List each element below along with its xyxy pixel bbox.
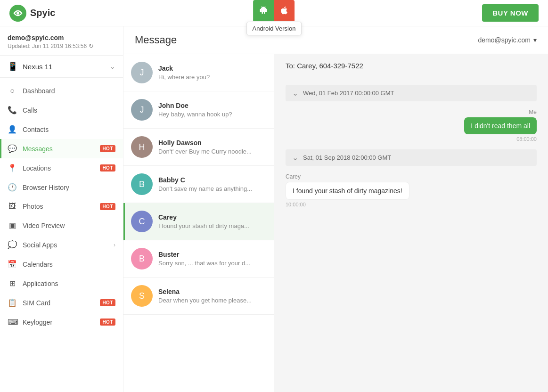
sidebar-label-applications: Applications [23, 280, 115, 287]
sidebar-label-contacts: Contacts [23, 126, 115, 133]
platform-tooltip: Android Version [246, 22, 302, 35]
sidebar-label-calendars: Calendars [23, 261, 115, 268]
contact-item[interactable]: CCareyI found your stash of dirty maga..… [123, 203, 274, 240]
date-divider-1: ⌄ Wed, 01 Feb 2017 00:00:00 GMT [286, 85, 537, 101]
sidebar-item-locations[interactable]: 📍LocationsHOT [0, 158, 123, 178]
sidebar-item-contacts[interactable]: 👤Contacts [0, 120, 123, 139]
calls-icon: 📞 [8, 106, 17, 114]
divider-chevron-icon-2: ⌄ [292, 153, 298, 162]
avatar: C [131, 211, 153, 232]
sidebar-label-locations: Locations [23, 164, 94, 172]
sidebar-item-sim-card[interactable]: 📋SIM CardHOT [0, 293, 123, 312]
chat-to-header: To: Carey, 604-329-7522 [274, 54, 548, 77]
android-icon [259, 5, 269, 16]
contact-item[interactable]: BBabby CDon't save my name as anything..… [123, 166, 274, 203]
date-divider-2: ⌄ Sat, 01 Sep 2018 02:00:00 GMT [286, 149, 537, 166]
sidebar-item-calls[interactable]: 📞Calls [0, 100, 123, 120]
contact-name: Holly Dawson [158, 139, 266, 147]
contact-item[interactable]: BBusterSorry son, ... that was for your … [123, 240, 274, 278]
sidebar-item-dashboard[interactable]: ○Dashboard [0, 82, 123, 100]
sidebar-updated: Updated: Jun 11 2019 16:53:56 ↻ [8, 42, 115, 49]
apple-toggle[interactable] [274, 0, 295, 21]
contact-item[interactable]: SSelenaDear when you get home please... [123, 278, 274, 315]
contacts-icon: 👤 [8, 125, 17, 134]
contact-preview: Don't' ever Buy me Curry noodle... [158, 148, 266, 155]
main-area: Message demo@spyic.com ▾ JJackHi, where … [123, 26, 548, 392]
sidebar-item-applications[interactable]: ⊞Applications [0, 274, 123, 293]
sidebar-label-dashboard: Dashboard [23, 87, 115, 95]
avatar: J [131, 99, 153, 121]
divider-chevron-icon: ⌄ [292, 89, 298, 98]
main-header: Message demo@spyic.com ▾ [123, 26, 548, 54]
sidebar-item-keylogger[interactable]: ⌨KeyloggerHOT [0, 312, 123, 332]
svg-point-1 [16, 12, 19, 15]
calendars-icon: 📅 [8, 260, 17, 269]
avatar: B [131, 173, 153, 195]
message-bubble-me: I didn't read them all [464, 117, 537, 134]
logo-icon [9, 5, 26, 22]
sidebar-label-messages: Messages [23, 145, 94, 153]
hot-badge-locations: HOT [100, 164, 115, 172]
contact-preview: Sorry son, ... that was for your d... [158, 260, 266, 267]
chat-panel: To: Carey, 604-329-7522 ⌄ Wed, 01 Feb 20… [274, 54, 548, 392]
hot-badge-photos: HOT [100, 203, 115, 210]
contact-name: Jack [158, 65, 266, 72]
page-title: Message [135, 34, 177, 46]
sim-card-icon: 📋 [8, 298, 17, 307]
avatar: J [131, 62, 153, 83]
android-toggle[interactable] [254, 0, 274, 21]
main-layout: demo@spyic.com Updated: Jun 11 2019 16:5… [0, 26, 548, 392]
contact-name: Buster [158, 251, 266, 258]
contact-item[interactable]: JJackHi, where are you? [123, 54, 274, 91]
sidebar-item-social-apps[interactable]: 💭Social Apps› [0, 235, 123, 254]
nav-arrow-social-apps: › [114, 242, 115, 248]
sidebar-item-messages[interactable]: 💬MessagesHOT [0, 139, 123, 158]
device-chevron-icon: ⌄ [110, 63, 115, 70]
logo-text: Spyic [30, 8, 55, 18]
sidebar-label-browser-history: Browser History [23, 184, 115, 191]
contact-name: Selena [158, 288, 266, 295]
contact-item[interactable]: JJohn DoeHey baby, wanna hook up? [123, 91, 274, 129]
account-dropdown[interactable]: demo@spyic.com ▾ [478, 36, 537, 44]
sidebar-item-calendars[interactable]: 📅Calendars [0, 254, 123, 274]
device-icon: 📱 [8, 61, 18, 72]
sidebar-label-photos: Photos [23, 203, 94, 210]
dashboard-icon: ○ [8, 87, 17, 95]
buy-now-button[interactable]: BUY NOW [482, 4, 539, 22]
chat-messages: ⌄ Wed, 01 Feb 2017 00:00:00 GMT Me I did… [274, 77, 548, 392]
sidebar-label-calls: Calls [23, 106, 115, 114]
hot-badge-keylogger: HOT [100, 318, 115, 326]
message-row-them: Carey I found your stash of dirty magazi… [286, 173, 537, 207]
hot-badge-sim-card: HOT [100, 299, 115, 306]
sidebar: demo@spyic.com Updated: Jun 11 2019 16:5… [0, 26, 123, 392]
apple-icon [280, 6, 289, 15]
message-time-2: 10:00:00 [286, 202, 306, 207]
avatar: B [131, 248, 153, 270]
browser-history-icon: 🕐 [8, 183, 17, 192]
sidebar-item-video-preview[interactable]: ▣Video Preview [0, 216, 123, 235]
sidebar-item-browser-history[interactable]: 🕐Browser History [0, 178, 123, 197]
hot-badge-messages: HOT [100, 145, 115, 152]
sidebar-account: demo@spyic.com Updated: Jun 11 2019 16:5… [0, 26, 123, 56]
contact-preview: Hi, where are you? [158, 74, 266, 81]
message-bubble-them: I found your stash of dirty magazines! [286, 182, 409, 200]
avatar: H [131, 136, 153, 158]
message-sender-them: Carey [286, 173, 301, 180]
logo-area: Spyic [9, 5, 55, 22]
contact-preview: I found your stash of dirty maga... [158, 222, 266, 229]
device-selector[interactable]: 📱 Nexus 11 ⌄ [0, 56, 123, 78]
refresh-icon[interactable]: ↻ [89, 42, 94, 49]
contact-item[interactable]: HHolly DawsonDon't' ever Buy me Curry no… [123, 129, 274, 166]
avatar: S [131, 285, 153, 307]
account-email: demo@spyic.com [478, 36, 531, 44]
message-row-me: Me I didn't read them all 08:00:00 [286, 109, 537, 142]
sidebar-nav: ○Dashboard📞Calls👤Contacts💬MessagesHOT📍Lo… [0, 78, 123, 392]
device-name: Nexus 11 [23, 63, 52, 71]
message-sender-me: Me [529, 109, 537, 115]
locations-icon: 📍 [8, 163, 17, 172]
sidebar-item-photos[interactable]: 🖼PhotosHOT [0, 197, 123, 216]
sidebar-label-keylogger: Keylogger [23, 318, 94, 326]
contact-name: Babby C [158, 176, 266, 184]
platform-toggles: Android Version [246, 0, 302, 35]
sidebar-email: demo@spyic.com [8, 34, 115, 41]
